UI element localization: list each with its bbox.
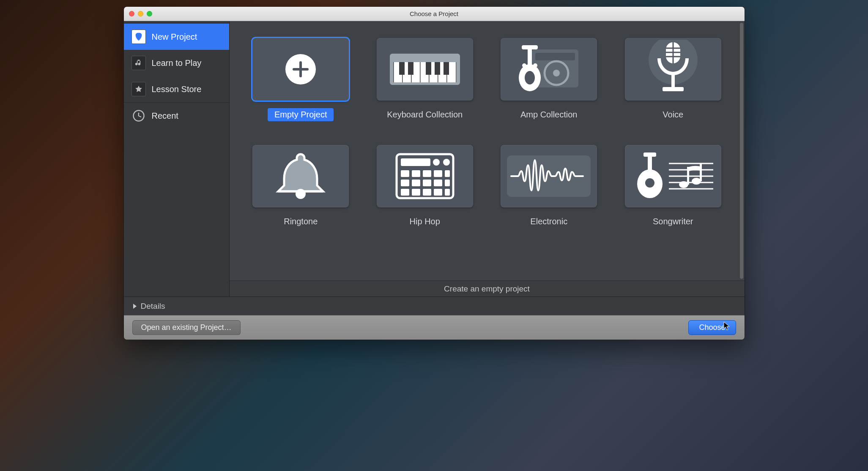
svg-rect-47 — [412, 180, 420, 186]
template-grid: Empty Project — [251, 38, 723, 228]
svg-rect-5 — [393, 62, 394, 82]
svg-point-39 — [433, 159, 440, 166]
svg-rect-17 — [444, 62, 449, 75]
svg-rect-46 — [401, 180, 409, 186]
template-label: Keyboard Collection — [380, 108, 469, 121]
sidebar-item-label: Lesson Store — [152, 84, 202, 94]
sidebar-item-recent[interactable]: Recent — [124, 103, 229, 129]
svg-rect-35 — [663, 87, 684, 91]
svg-point-26 — [522, 63, 526, 68]
svg-point-70 — [643, 172, 646, 175]
template-description: Create an empty project — [230, 280, 745, 297]
template-tile-box — [377, 38, 473, 101]
details-toggle[interactable]: Details — [124, 297, 745, 315]
template-tile-box — [501, 38, 597, 101]
close-button[interactable] — [129, 11, 134, 16]
footer: Open an existing Project… Choose — [124, 315, 745, 340]
sidebar-item-lesson-store[interactable]: Lesson Store — [124, 76, 229, 102]
svg-rect-50 — [445, 180, 450, 186]
svg-rect-19 — [535, 53, 575, 60]
template-tile-box — [252, 38, 349, 101]
sidebar-item-label: Recent — [152, 111, 178, 121]
svg-rect-63 — [687, 167, 689, 185]
template-label: Songwriter — [646, 215, 700, 228]
star-icon — [131, 82, 146, 96]
template-label: Hip Hop — [403, 215, 447, 228]
template-label: Ringtone — [277, 215, 324, 228]
svg-rect-68 — [643, 152, 656, 157]
svg-point-21 — [553, 70, 560, 76]
details-label: Details — [141, 302, 165, 311]
svg-point-27 — [533, 63, 537, 68]
svg-point-62 — [679, 181, 688, 188]
template-label: Voice — [656, 108, 690, 121]
sidebar-item-label: New Project — [152, 32, 197, 42]
amp-icon — [507, 42, 591, 97]
svg-rect-55 — [445, 189, 450, 196]
project-chooser-window: Choose a Project New Project Learn to Pl… — [123, 6, 745, 340]
svg-rect-52 — [412, 189, 420, 196]
svg-point-71 — [654, 172, 657, 175]
svg-rect-12 — [456, 62, 457, 82]
guitar-pick-icon — [131, 30, 146, 44]
svg-rect-45 — [445, 170, 450, 177]
svg-rect-43 — [423, 170, 431, 177]
svg-point-40 — [443, 159, 450, 166]
template-keyboard-collection[interactable]: Keyboard Collection — [377, 38, 473, 121]
svg-rect-41 — [401, 170, 409, 177]
template-songwriter[interactable]: Songwriter — [625, 145, 721, 228]
svg-rect-34 — [671, 74, 675, 88]
svg-rect-16 — [435, 62, 440, 75]
open-existing-button[interactable]: Open an existing Project… — [132, 320, 241, 335]
svg-rect-13 — [399, 62, 405, 75]
template-tile-box — [377, 145, 473, 207]
svg-rect-53 — [423, 189, 431, 196]
microphone-icon — [641, 40, 705, 99]
sidebar-item-label: Learn to Play — [152, 58, 202, 68]
template-tile-box — [252, 145, 349, 207]
scrollbar[interactable] — [740, 23, 743, 279]
template-label: Amp Collection — [514, 108, 584, 121]
svg-point-64 — [692, 178, 701, 185]
chevron-right-icon — [132, 303, 137, 309]
clock-icon — [131, 109, 146, 123]
template-electronic[interactable]: Electronic — [501, 145, 597, 228]
window-title: Choose a Project — [124, 10, 745, 17]
svg-rect-8 — [420, 62, 421, 82]
svg-rect-49 — [434, 180, 442, 186]
svg-point-69 — [645, 178, 654, 188]
sidebar-item-learn-to-play[interactable]: Learn to Play — [124, 50, 229, 76]
template-grid-scroll[interactable]: Empty Project — [230, 21, 745, 280]
svg-rect-54 — [434, 189, 442, 196]
svg-rect-48 — [423, 180, 431, 186]
svg-rect-44 — [434, 170, 442, 177]
template-tile-box — [625, 145, 721, 207]
svg-rect-0 — [138, 34, 139, 37]
plus-circle-icon — [284, 52, 318, 86]
main-panel: Empty Project — [230, 21, 745, 297]
template-voice[interactable]: Voice — [625, 38, 721, 121]
bell-icon — [273, 151, 328, 201]
sidebar: New Project Learn to Play Lesson Store R — [124, 21, 230, 297]
music-note-icon — [131, 56, 146, 70]
choose-button[interactable]: Choose — [688, 320, 736, 335]
template-empty-project[interactable]: Empty Project — [252, 38, 349, 121]
waveform-icon — [504, 153, 593, 199]
svg-point-25 — [525, 71, 535, 84]
svg-rect-24 — [522, 45, 538, 49]
sidebar-item-new-project[interactable]: New Project — [124, 24, 229, 50]
svg-rect-65 — [700, 163, 702, 181]
template-tile-box — [625, 38, 721, 101]
titlebar: Choose a Project — [124, 7, 745, 21]
keyboard-icon — [389, 50, 461, 88]
zoom-button[interactable] — [147, 11, 152, 16]
template-amp-collection[interactable]: Amp Collection — [501, 38, 597, 121]
traffic-lights — [129, 11, 152, 16]
template-hip-hop[interactable]: Hip Hop — [377, 145, 473, 228]
template-tile-box — [501, 145, 597, 207]
svg-rect-14 — [408, 62, 413, 75]
template-label: Empty Project — [268, 108, 334, 121]
template-ringtone[interactable]: Ringtone — [252, 145, 349, 228]
minimize-button[interactable] — [138, 11, 143, 16]
svg-rect-42 — [412, 170, 420, 177]
